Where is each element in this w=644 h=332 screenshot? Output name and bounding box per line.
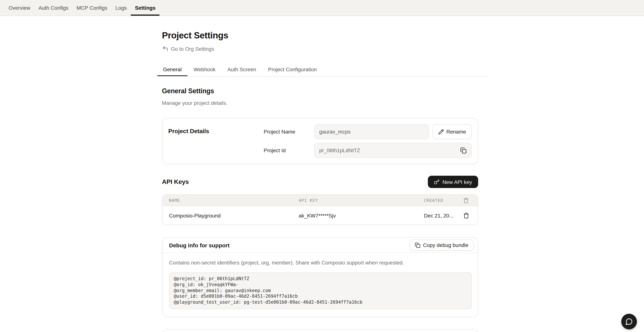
rename-button[interactable]: Rename [432,124,472,139]
tab-project-configuration[interactable]: Project Configuration [262,63,323,76]
pencil-icon [438,129,444,135]
message-circle-icon [625,318,633,325]
api-key-created-date: Dec 21, 20... [417,212,457,218]
bundle-line: @user_id: d5e001b0-09ac-46d2-8451-2694ff… [174,294,467,300]
copy-icon [415,242,420,248]
trash-icon [463,212,469,218]
bundle-line: @org_member_email: gaurav@inkeep.com [174,288,467,294]
nav-item-logs[interactable]: Logs [112,0,131,16]
project-details-title: Project Details [168,124,209,158]
project-id-label: Project Id [264,147,314,153]
tab-auth-screen[interactable]: Auth Screen [222,63,262,76]
api-keys-table-header: NAME API KEY CREATED [162,195,478,206]
nav-item-mcp-configs[interactable]: MCP Configs [72,0,111,16]
bundle-line: @project_id: pr_06th1pLdNtTZ [174,276,467,282]
app-window: Overview Auth Configs MCP Configs Logs S… [0,0,644,332]
api-key-name: Composio-Playground [162,212,292,218]
support-chat-button[interactable] [621,314,637,329]
nav-item-auth-configs[interactable]: Auth Configs [34,0,72,16]
general-settings-heading: General Settings [162,87,478,95]
api-keys-table: NAME API KEY CREATED Composio-Playground… [162,194,478,225]
rename-button-label: Rename [446,129,466,135]
tab-general[interactable]: General [157,63,188,76]
column-header-api-key: API KEY [292,198,417,203]
main-content: Project Settings Go to Org Settings Gene… [157,30,487,332]
debug-info-card: Debug info for support Copy debug bundle… [162,237,478,317]
trash-icon [463,197,469,203]
page-title: Project Settings [162,30,487,41]
nav-item-settings[interactable]: Settings [131,0,160,16]
key-icon [434,179,440,185]
bundle-line: @org_id: ok_jVveqqkYFWa- [174,282,467,288]
debug-info-header: Debug info for support Copy debug bundle [162,238,478,253]
copy-icon[interactable] [460,147,466,154]
delete-key-button[interactable] [457,212,478,218]
project-name-label: Project Name [264,129,314,135]
copy-debug-bundle-button[interactable]: Copy debug bundle [410,239,474,251]
debug-info-body: Contains non-secret identifiers (project… [162,253,478,317]
tab-webhook[interactable]: Webhook [188,63,222,76]
project-details-card: Project Details Project Name gaurav_mcps… [162,118,478,164]
general-tab-panel: General Settings Manage your project det… [162,87,478,332]
api-keys-header: API Keys New API key [162,176,478,188]
project-name-value: gaurav_mcps [319,129,350,135]
project-name-row: Project Name gaurav_mcps Rename [264,124,472,139]
bundle-line: @playground_test_user_id: pg-test-d5e001… [174,299,467,305]
next-section-card-partial [162,329,478,332]
new-api-key-button[interactable]: New API key [428,176,478,188]
api-keys-heading: API Keys [162,178,189,186]
debug-info-title: Debug info for support [169,242,230,248]
go-to-org-settings-link[interactable]: Go to Org Settings [162,46,214,52]
delete-all-keys-button[interactable] [457,197,478,203]
project-id-row: Project Id pr_06th1pLdNtTZ [264,143,472,158]
corner-up-left-icon [162,46,168,52]
new-api-key-label: New API key [442,179,472,185]
project-id-value: pr_06th1pLdNtTZ [319,147,360,153]
project-name-input[interactable]: gaurav_mcps [314,124,429,139]
nav-item-overview[interactable]: Overview [4,0,34,16]
column-header-name: NAME [162,198,292,203]
project-id-input: pr_06th1pLdNtTZ [314,143,472,158]
copy-debug-bundle-label: Copy debug bundle [423,242,468,248]
debug-info-description: Contains non-secret identifiers (project… [169,260,472,266]
general-settings-subheading: Manage your project details. [162,100,478,106]
api-key-masked-value: ak_KW7*****Sjv [292,212,417,218]
settings-tabs: General Webhook Auth Screen Project Conf… [157,63,487,77]
api-key-table-row: Composio-Playground ak_KW7*****Sjv Dec 2… [162,206,478,225]
go-to-org-settings-label: Go to Org Settings [171,46,214,52]
top-navigation: Overview Auth Configs MCP Configs Logs S… [0,0,644,16]
debug-bundle-code-block: @project_id: pr_06th1pLdNtTZ@org_id: ok_… [169,272,472,309]
project-details-form: Project Name gaurav_mcps Rename Project [264,124,472,158]
column-header-created: CREATED [417,198,457,203]
